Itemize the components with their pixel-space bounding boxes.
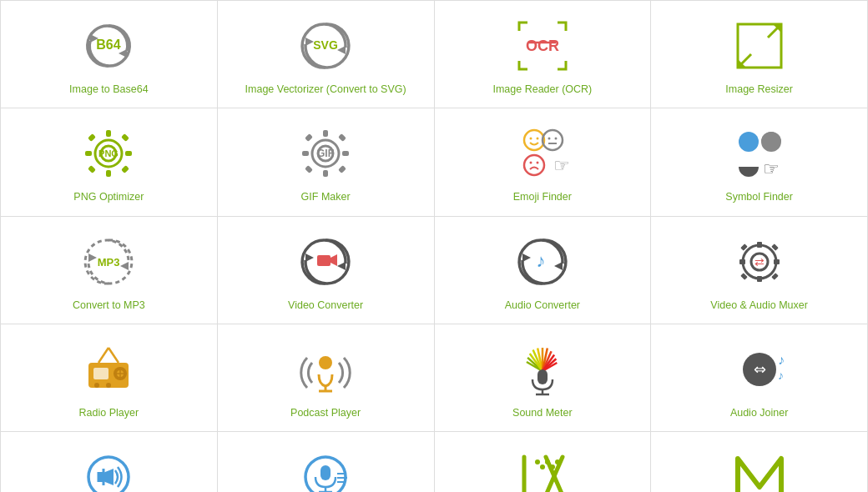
svg-text:☞: ☞: [553, 155, 570, 176]
svg-point-43: [529, 162, 532, 164]
svg-rect-31: [338, 133, 346, 142]
svg-rect-18: [125, 151, 132, 156]
icon-convert-to-mp3: MP3: [78, 232, 139, 292]
icon-latex-editor: [512, 447, 573, 492]
svg-rect-105: [98, 472, 105, 482]
svg-point-40: [554, 138, 557, 140]
icon-gif-maker: GIF: [295, 123, 356, 183]
label-image-reader-ocr: Image Reader (OCR): [492, 83, 592, 96]
icon-text-to-speech: [78, 447, 139, 492]
icon-symbol-finder: ☞: [729, 123, 790, 183]
cell-image-resizer[interactable]: Image Resizer: [651, 1, 868, 108]
cell-audio-joiner[interactable]: ⇔ ♪ ♪ Audio Joiner: [651, 324, 868, 432]
cell-emoji-finder[interactable]: ☞ Emoji Finder: [435, 108, 652, 216]
svg-point-39: [548, 138, 550, 140]
label-image-vectorizer: Image Vectorizer (Convert to SVG): [245, 83, 406, 96]
svg-text:GIF: GIF: [317, 148, 334, 159]
svg-rect-30: [305, 133, 313, 142]
svg-point-42: [524, 155, 544, 175]
cell-image-to-base64[interactable]: B64 Image to Base64: [1, 1, 218, 108]
svg-rect-15: [106, 130, 111, 137]
svg-point-79: [106, 383, 111, 388]
svg-rect-32: [305, 165, 313, 173]
svg-text:PNG: PNG: [98, 148, 119, 158]
cell-png-optimizer[interactable]: PNG PNG Optimizer: [1, 108, 218, 216]
svg-text:B64: B64: [97, 38, 121, 52]
label-audio-joiner: Audio Joiner: [730, 406, 789, 419]
app-grid: B64 Image to Base64 SVG Image Vectorizer…: [0, 0, 868, 492]
icon-video-audio-muxer: ⇄: [729, 232, 790, 292]
label-image-resizer: Image Resizer: [725, 83, 793, 96]
svg-point-118: [545, 459, 550, 464]
svg-rect-108: [320, 465, 331, 480]
svg-point-36: [529, 138, 532, 140]
svg-rect-27: [323, 170, 328, 177]
cell-latex-editor[interactable]: LaTeX Editor: [435, 432, 652, 492]
cell-convert-to-mp3[interactable]: MP3 Convert to MP3: [1, 217, 218, 324]
svg-rect-20: [121, 133, 129, 142]
svg-text:♪: ♪: [778, 353, 785, 367]
svg-point-117: [540, 464, 545, 469]
cell-video-audio-muxer[interactable]: ⇄ Video & Audio Muxer: [651, 217, 868, 324]
svg-rect-63: [739, 259, 745, 264]
svg-rect-19: [88, 133, 96, 142]
svg-rect-61: [757, 242, 762, 248]
icon-image-vectorizer: SVG: [295, 16, 356, 76]
svg-rect-94: [537, 369, 548, 384]
icon-audio-joiner: ⇔ ♪ ♪: [729, 339, 790, 399]
icon-markdown-editor: [729, 447, 790, 492]
svg-text:⇄: ⇄: [754, 255, 765, 269]
svg-marker-4: [337, 46, 346, 54]
svg-line-71: [108, 348, 119, 363]
svg-rect-64: [774, 259, 780, 264]
svg-line-70: [98, 348, 108, 363]
cell-audio-converter[interactable]: ♪ Audio Converter: [435, 217, 652, 324]
svg-point-119: [550, 464, 555, 469]
svg-marker-49: [88, 254, 97, 262]
svg-marker-50: [120, 262, 129, 270]
label-video-audio-muxer: Video & Audio Muxer: [710, 299, 808, 312]
svg-text:☞: ☞: [763, 158, 780, 179]
svg-rect-26: [323, 130, 328, 137]
svg-text:⇔: ⇔: [753, 361, 765, 378]
label-symbol-finder: Symbol Finder: [725, 190, 793, 203]
cell-text-to-speech[interactable]: Text to Speech: [1, 432, 218, 492]
svg-rect-16: [106, 170, 111, 177]
icon-podcast-player: [295, 339, 356, 399]
svg-rect-28: [302, 151, 309, 156]
svg-marker-57: [554, 262, 563, 270]
svg-rect-33: [338, 165, 346, 173]
label-audio-converter: Audio Converter: [505, 299, 580, 312]
svg-point-78: [94, 383, 99, 388]
icon-image-reader-ocr: OCR: [512, 16, 573, 76]
icon-emoji-finder: ☞: [512, 123, 573, 183]
cell-image-reader-ocr[interactable]: OCR Image Reader (OCR): [435, 1, 652, 108]
svg-rect-73: [93, 368, 108, 379]
cell-video-converter[interactable]: Video Converter: [218, 217, 435, 324]
svg-text:SVG: SVG: [313, 38, 338, 52]
icon-speech-to-text: [295, 447, 356, 492]
label-radio-player: Radio Player: [79, 406, 139, 419]
label-emoji-finder: Emoji Finder: [513, 190, 572, 203]
label-convert-to-mp3: Convert to MP3: [73, 299, 145, 312]
icon-png-optimizer: PNG: [78, 123, 139, 183]
label-video-converter: Video Converter: [288, 299, 363, 312]
svg-point-35: [524, 130, 544, 150]
svg-point-80: [319, 356, 332, 369]
svg-point-38: [542, 130, 563, 150]
cell-radio-player[interactable]: Radio Player: [1, 324, 218, 432]
cell-podcast-player[interactable]: Podcast Player: [218, 324, 435, 432]
svg-point-44: [536, 162, 538, 164]
icon-radio-player: [78, 339, 139, 399]
cell-speech-to-text[interactable]: Speech to Text: [218, 432, 435, 492]
label-sound-meter: Sound Meter: [512, 406, 573, 419]
label-gif-maker: GIF Maker: [301, 190, 351, 203]
cell-markdown-editor[interactable]: Markdown Editor: [651, 432, 868, 492]
icon-audio-converter: ♪: [512, 232, 573, 292]
cell-image-vectorizer[interactable]: SVG Image Vectorizer (Convert to SVG): [218, 1, 435, 108]
svg-text:♪: ♪: [536, 250, 545, 271]
cell-sound-meter[interactable]: Sound Meter: [435, 324, 652, 432]
cell-symbol-finder[interactable]: ☞ Symbol Finder: [651, 108, 868, 216]
cell-gif-maker[interactable]: GIF GIF Maker: [218, 108, 435, 216]
icon-video-converter: [295, 232, 356, 292]
